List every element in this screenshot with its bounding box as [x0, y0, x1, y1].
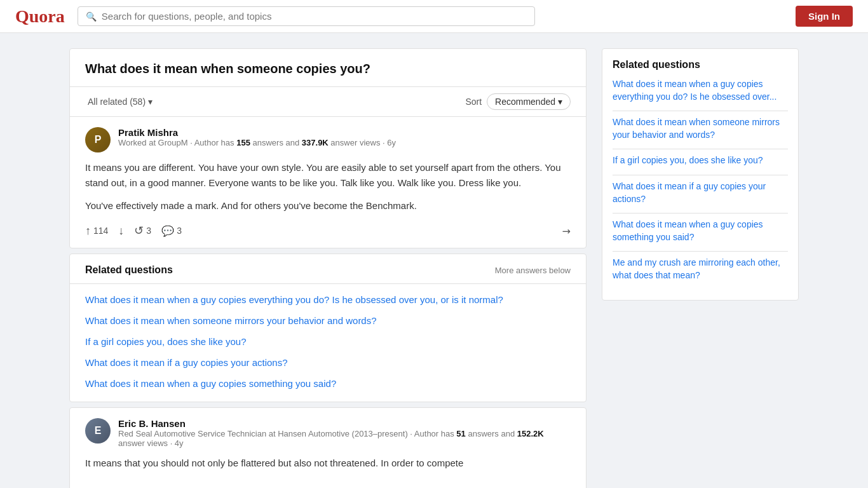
related-item-5: What does it mean when a guy copies some…: [85, 373, 571, 394]
more-answers-label: More answers below: [495, 266, 571, 275]
author-views-2: 152.2K: [517, 429, 544, 438]
reshare-count-1: 3: [146, 226, 151, 236]
sidebar-item-4: What does it mean if a guy copies your a…: [613, 180, 788, 205]
sort-label: Sort: [465, 97, 482, 107]
related-link-1[interactable]: What does it mean when a guy copies ever…: [85, 294, 503, 305]
comment-icon-1: 💬: [161, 225, 174, 237]
sidebar-divider-4: [613, 213, 788, 214]
all-related-filter[interactable]: All related (58) ▾: [85, 97, 153, 107]
answer-body-1: It means you are different. You have you…: [85, 160, 571, 214]
main-content: What does it mean when someone copies yo…: [69, 48, 587, 488]
avatar-initials-2: E: [95, 425, 102, 437]
filter-sort-bar: All related (58) ▾ Sort Recommended ▾: [70, 87, 586, 117]
downvote-button-1[interactable]: ↓: [118, 224, 124, 238]
related-item-3: If a girl copies you, does she like you?: [85, 331, 571, 352]
main-layout: What does it mean when someone copies yo…: [59, 48, 809, 488]
author-name-1[interactable]: Pratik Mishra: [118, 127, 571, 138]
author-meta-suffix-2: answer views · 4y: [118, 438, 184, 448]
author-meta-suffix-1: answer views · 6y: [329, 138, 396, 147]
sidebar-link-4[interactable]: What does it mean if a guy copies your a…: [613, 181, 766, 204]
search-icon: 🔍: [86, 11, 97, 22]
sidebar-item-5: What does it mean when a guy copies some…: [613, 219, 788, 243]
sort-chevron-icon: ▾: [558, 97, 562, 107]
upvote-count-1: 114: [93, 226, 108, 236]
sidebar-link-1[interactable]: What does it mean when a guy copies ever…: [613, 79, 776, 102]
upvote-button-1[interactable]: ↑ 114: [85, 224, 108, 238]
sidebar-link-3[interactable]: If a girl copies you, does she like you?: [613, 155, 763, 165]
author-name-2[interactable]: Eric B. Hansen: [118, 418, 571, 429]
sidebar: Related questions What does it mean when…: [602, 48, 799, 488]
all-related-label: All related (58): [88, 97, 146, 107]
reshare-icon-1: ↺: [134, 224, 144, 238]
sidebar-item-2: What does it mean when someone mirrors y…: [613, 116, 788, 141]
related-header: Related questions More answers below: [70, 254, 586, 284]
related-item-1: What does it mean when a guy copies ever…: [85, 289, 571, 310]
search-input[interactable]: [102, 11, 527, 22]
related-link-5[interactable]: What does it mean when a guy copies some…: [85, 378, 336, 389]
header: Quora 🔍 Sign In: [0, 0, 868, 33]
sort-section: Sort Recommended ▾: [465, 93, 571, 110]
author-answers-1: 155: [236, 138, 250, 147]
comment-count-1: 3: [177, 226, 182, 236]
related-link-2[interactable]: What does it mean when someone mirrors y…: [85, 315, 377, 326]
sidebar-item-1: What does it mean when a guy copies ever…: [613, 78, 788, 103]
related-link-3[interactable]: If a girl copies you, does she like you?: [85, 336, 246, 347]
author-meta-mid-1: answers and: [250, 138, 302, 147]
related-item-2: What does it mean when someone mirrors y…: [85, 310, 571, 331]
question-title: What does it mean when someone copies yo…: [85, 62, 571, 76]
question-card: What does it mean when someone copies yo…: [69, 48, 587, 248]
related-list: What does it mean when a guy copies ever…: [70, 284, 586, 402]
sidebar-card: Related questions What does it mean when…: [602, 48, 799, 301]
sidebar-item-3: If a girl copies you, does she like you?: [613, 154, 788, 167]
author-info-2: Eric B. Hansen Red Seal Automotive Servi…: [118, 418, 571, 448]
answer-card-2: E Eric B. Hansen Red Seal Automotive Ser…: [69, 407, 587, 488]
question-title-section: What does it mean when someone copies yo…: [70, 49, 586, 87]
avatar-eric: E: [85, 418, 111, 444]
answer-para-2-1: It means that you should not only be fla…: [85, 456, 571, 471]
sign-in-button[interactable]: Sign In: [796, 6, 853, 27]
comment-button-1[interactable]: 💬 3: [161, 225, 182, 237]
share-icon-1: ↗: [559, 224, 574, 238]
avatar-pratik: P: [85, 127, 111, 152]
related-questions-title: Related questions: [85, 264, 173, 276]
sidebar-link-2[interactable]: What does it mean when someone mirrors y…: [613, 117, 780, 140]
author-meta-2: Red Seal Automotive Service Technician a…: [118, 429, 571, 448]
author-row-1: P Pratik Mishra Worked at GroupM · Autho…: [85, 127, 571, 152]
author-answers-2: 51: [456, 429, 465, 438]
related-item-4: What does it mean if a guy copies your a…: [85, 352, 571, 373]
author-meta-prefix-2: Red Seal Automotive Service Technician a…: [118, 429, 456, 438]
sort-dropdown[interactable]: Recommended ▾: [487, 93, 571, 110]
upvote-icon-1: ↑: [85, 224, 91, 238]
author-meta-mid-2: answers and: [466, 429, 517, 438]
author-row-2: E Eric B. Hansen Red Seal Automotive Ser…: [85, 418, 571, 448]
chevron-down-icon: ▾: [148, 97, 153, 107]
related-questions-card: Related questions More answers below Wha…: [69, 254, 587, 402]
sort-value: Recommended: [495, 97, 555, 107]
sidebar-divider-3: [613, 175, 788, 175]
answer-para-1-2: You've effectively made a mark. And for …: [85, 198, 571, 214]
share-button-1[interactable]: ↗: [562, 225, 571, 237]
sidebar-divider-1: [613, 111, 788, 111]
sidebar-divider-2: [613, 149, 788, 149]
author-info-1: Pratik Mishra Worked at GroupM · Author …: [118, 127, 571, 147]
answer-body-2: It means that you should not only be fla…: [85, 456, 571, 471]
avatar-initials: P: [95, 134, 102, 146]
sidebar-link-5[interactable]: What does it mean when a guy copies some…: [613, 219, 763, 242]
author-meta-1: Worked at GroupM · Author has 155 answer…: [118, 138, 571, 147]
author-views-1: 337.9K: [302, 138, 329, 147]
author-meta-prefix-1: Worked at GroupM · Author has: [118, 138, 236, 147]
answer-para-1-1: It means you are different. You have you…: [85, 160, 571, 191]
quora-logo[interactable]: Quora: [15, 6, 65, 27]
related-link-4[interactable]: What does it mean if a guy copies your a…: [85, 357, 288, 368]
reshare-button-1[interactable]: ↺ 3: [134, 224, 151, 238]
action-bar-1: ↑ 114 ↓ ↺ 3 💬 3 ↗: [85, 224, 571, 238]
search-bar: 🔍: [78, 6, 535, 26]
sidebar-title: Related questions: [613, 59, 788, 71]
sidebar-divider-5: [613, 251, 788, 252]
sidebar-link-6[interactable]: Me and my crush are mirroring each other…: [613, 257, 780, 280]
downvote-icon-1: ↓: [118, 224, 124, 238]
answer-section-1: P Pratik Mishra Worked at GroupM · Autho…: [70, 117, 586, 248]
sidebar-item-6: Me and my crush are mirroring each other…: [613, 257, 788, 281]
